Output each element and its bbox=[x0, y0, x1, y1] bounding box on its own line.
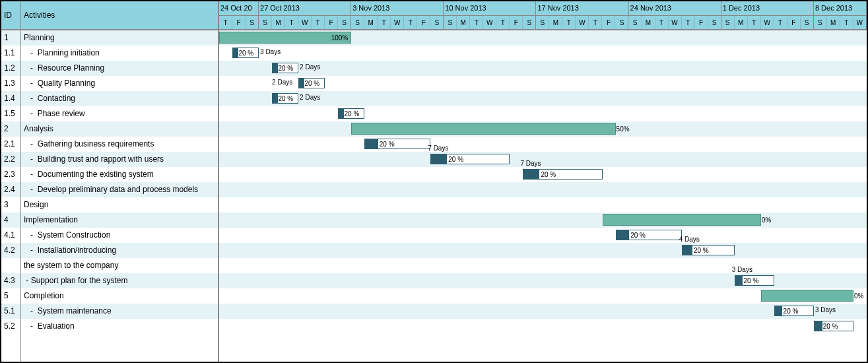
row-activity: Planning bbox=[21, 30, 218, 46]
task-bar[interactable]: 20 % bbox=[232, 48, 259, 58]
bar-percent-label: 20 % bbox=[345, 110, 360, 119]
task-progress bbox=[815, 321, 822, 331]
row-id: 5.1 bbox=[1, 304, 20, 319]
chart-row bbox=[219, 46, 867, 61]
task-bar[interactable]: 20 % bbox=[682, 245, 735, 255]
header-day: T bbox=[312, 16, 325, 30]
row-activity: - Installation/introducing bbox=[21, 243, 218, 258]
task-progress bbox=[299, 79, 304, 88]
duration-label: 7 Days bbox=[520, 160, 541, 167]
row-activity: - System Construction bbox=[21, 228, 218, 243]
header-day: F bbox=[325, 16, 338, 30]
task-progress bbox=[273, 63, 278, 73]
row-activity: - System maintenance bbox=[21, 304, 218, 319]
task-bar[interactable]: 20 % bbox=[272, 93, 298, 104]
header-timeline: 24 Oct 2027 Oct 20133 Nov 201310 Nov 201… bbox=[219, 1, 867, 29]
chart-row bbox=[219, 152, 867, 167]
task-bar[interactable]: 20 % bbox=[298, 78, 325, 88]
header-day: M bbox=[364, 16, 378, 30]
header-day: T bbox=[840, 16, 853, 30]
header-day: S bbox=[721, 16, 735, 30]
header-day: S bbox=[351, 16, 364, 30]
bar-percent-label: 20 % bbox=[304, 79, 319, 88]
chart-row bbox=[219, 182, 867, 197]
header-day: S bbox=[338, 16, 351, 30]
header-day: T bbox=[748, 16, 761, 30]
bar-percent-label: 20 % bbox=[278, 64, 293, 73]
task-progress bbox=[233, 48, 238, 57]
task-bar[interactable]: 20 % bbox=[430, 154, 510, 164]
duration-label: 3 Days bbox=[732, 266, 752, 273]
summary-bar[interactable]: 0% bbox=[761, 290, 853, 302]
header-week: 1 Dec 2013 bbox=[721, 1, 814, 16]
header-day: T bbox=[219, 16, 232, 30]
task-bar[interactable]: 20 % bbox=[338, 108, 364, 119]
header-day: F bbox=[510, 16, 523, 30]
task-progress bbox=[365, 139, 378, 148]
gantt-left-columns: 11.11.21.31.41.522.12.22.32.4344.14.24.3… bbox=[1, 30, 219, 362]
row-activity: - Resource Planning bbox=[21, 61, 218, 76]
row-id: 1.5 bbox=[1, 106, 20, 121]
header-day: F bbox=[232, 16, 246, 30]
gantt-header: ID Activities 24 Oct 2027 Oct 20133 Nov … bbox=[1, 1, 867, 30]
header-week: 8 Dec 2013 bbox=[814, 1, 867, 16]
header-day: M bbox=[549, 16, 562, 30]
row-id: 2.2 bbox=[1, 152, 20, 167]
bar-percent-label: 20 % bbox=[278, 94, 293, 104]
row-id: 4 bbox=[1, 213, 20, 228]
task-bar[interactable]: 20 % bbox=[814, 321, 853, 331]
summary-bar[interactable]: 100% bbox=[219, 32, 351, 44]
header-day: T bbox=[470, 16, 483, 30]
header-week: 3 Nov 2013 bbox=[351, 1, 444, 16]
duration-label: 7 Days bbox=[428, 145, 448, 152]
task-progress bbox=[523, 170, 539, 179]
row-activity: Implementation bbox=[21, 213, 218, 228]
bar-percent-label: 0% bbox=[760, 216, 771, 225]
header-week: 27 Oct 2013 bbox=[259, 1, 351, 16]
header-day: T bbox=[378, 16, 391, 30]
row-activity: - Support plan for the system bbox=[21, 273, 218, 288]
task-bar[interactable]: 20 % bbox=[364, 139, 430, 149]
row-id: 4.2 bbox=[1, 243, 20, 258]
row-activity: the system to the company bbox=[21, 258, 218, 273]
gantt-chart-area[interactable]: 100%20 %3 Days20 %2 Days20 %2 Days20 %2 … bbox=[219, 30, 867, 362]
header-day: F bbox=[787, 16, 801, 30]
row-id: 4.1 bbox=[1, 228, 20, 243]
task-bar[interactable]: 20 % bbox=[523, 169, 602, 180]
task-bar[interactable]: 20 % bbox=[272, 63, 298, 73]
chart-row bbox=[219, 319, 867, 334]
row-id: 1 bbox=[1, 30, 20, 46]
task-progress bbox=[735, 276, 743, 285]
chart-row bbox=[219, 304, 867, 319]
header-day: S bbox=[246, 16, 259, 30]
duration-label: 2 Days bbox=[272, 79, 292, 86]
row-activity: - Develop preliminary data and process m… bbox=[21, 182, 218, 197]
task-bar[interactable]: 20 % bbox=[774, 306, 814, 316]
header-day: S bbox=[615, 16, 628, 30]
header-day: M bbox=[827, 16, 840, 30]
row-activity: Completion bbox=[21, 288, 218, 304]
header-day: S bbox=[801, 16, 814, 30]
column-id: 11.11.21.31.41.522.12.22.32.4344.14.24.3… bbox=[1, 30, 21, 362]
header-day: T bbox=[589, 16, 602, 30]
header-day: T bbox=[562, 16, 576, 30]
duration-label: 4 Days bbox=[679, 236, 700, 243]
bar-percent-label: 20 % bbox=[448, 155, 463, 164]
header-day: T bbox=[682, 16, 695, 30]
chart-row bbox=[219, 106, 867, 121]
row-id: 4.3 bbox=[1, 273, 20, 288]
header-day: M bbox=[642, 16, 655, 30]
summary-bar[interactable]: 50% bbox=[351, 123, 615, 135]
row-activity: - Evaluation bbox=[21, 319, 218, 334]
chart-row bbox=[219, 258, 867, 273]
task-bar[interactable]: 20 % bbox=[735, 275, 774, 286]
task-progress bbox=[775, 306, 783, 315]
bar-percent-label: 20 % bbox=[541, 170, 556, 180]
row-id: 1.4 bbox=[1, 91, 20, 106]
bar-percent-label: 20 % bbox=[630, 231, 646, 240]
bar-percent-label: 20 % bbox=[744, 277, 759, 286]
summary-bar[interactable]: 0% bbox=[603, 214, 761, 226]
duration-label: 3 Days bbox=[260, 48, 281, 55]
task-bar[interactable]: 20 % bbox=[616, 230, 682, 240]
header-day: T bbox=[774, 16, 787, 30]
